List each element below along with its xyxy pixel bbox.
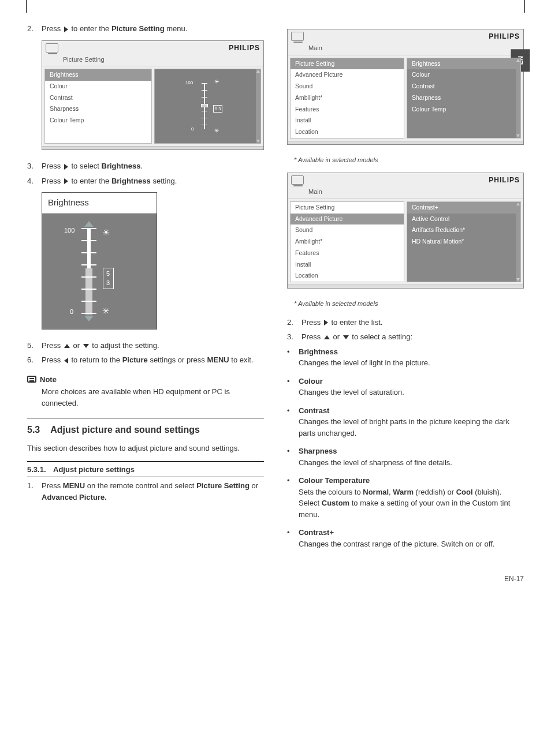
list-item: •ColourChanges the level of saturation.	[287, 376, 524, 398]
down-triangle-icon	[343, 335, 349, 339]
osd-row: Location	[291, 126, 404, 138]
osd-right-list: Brightness Colour Contrast Sharpness Col…	[407, 58, 521, 139]
definition: Changes the level of sharpness of fine d…	[299, 458, 452, 467]
text: Picture	[122, 355, 148, 364]
osd-row: Ambilight*	[291, 92, 404, 104]
right-triangle-icon	[64, 178, 68, 184]
osd-row: HD Natural Motion*	[407, 236, 520, 248]
text: .	[140, 162, 143, 170]
list-item: •SharpnessChanges the level of sharpness…	[287, 446, 524, 468]
osd-row: Sound	[291, 81, 404, 92]
osd-row: Colour	[45, 81, 151, 92]
step-r2: 2. Press to enter the list.	[287, 317, 524, 328]
sun-bright-icon: ☀	[214, 77, 219, 86]
osd-row: Location	[291, 270, 404, 282]
text: to enter the	[71, 24, 109, 33]
caption: * Available in selected models	[294, 299, 524, 309]
osd-row: Picture Setting	[291, 202, 404, 214]
text: Picture.	[79, 493, 107, 501]
definition-list: •BrightnessChanges the level of light in…	[287, 346, 524, 550]
term: Sharpness	[299, 447, 337, 455]
up-arrow-icon	[84, 221, 94, 227]
definition: Changes the level of light in the pictur…	[299, 358, 430, 367]
text: Brightness	[102, 162, 141, 170]
osd-row: Contrast	[407, 81, 520, 92]
scroll-indicator	[516, 202, 520, 282]
osd-title: Main	[288, 187, 523, 199]
osd-row: Artifacts Reduction*	[407, 224, 520, 236]
caption: * Available in selected models	[294, 155, 524, 165]
term: Colour	[299, 377, 323, 386]
slider-max: 100	[185, 80, 193, 87]
osd-row: Advanced Picture	[291, 214, 404, 225]
text: Press	[42, 24, 61, 33]
osd-row: Sound	[291, 224, 404, 236]
heading-5-3: 5.3 Adjust picture and sound settings	[27, 418, 264, 437]
text: or	[73, 341, 80, 350]
text: or	[252, 481, 259, 490]
osd-row: Contrast	[45, 92, 151, 104]
osd-row: Sharpness	[407, 92, 520, 104]
brightness-detail: Brightness 100 0 ☀ ✳ 5 3	[42, 192, 157, 330]
osd-row: Active Control	[407, 214, 520, 225]
osd-row: Advanced Picture	[291, 69, 404, 81]
term: Contrast+	[299, 528, 334, 537]
right-triangle-icon	[64, 164, 68, 170]
sun-dim-icon: ✳	[102, 305, 110, 318]
text: Press	[42, 481, 61, 490]
term: Colour Temperature	[299, 476, 370, 485]
osd-list: Brightness Colour Contrast Sharpness Col…	[44, 69, 152, 144]
text: Press	[301, 318, 321, 327]
right-triangle-icon	[324, 320, 328, 325]
slider-value: 5 3	[213, 105, 222, 113]
note: Note More choices are available when HD …	[27, 374, 264, 409]
slider-min: 0	[70, 307, 73, 317]
osd-main-picture: PHILIPS Main Picture Setting Advanced Pi…	[287, 29, 524, 145]
page-number: EN-17	[27, 574, 524, 584]
text: Brightness	[111, 177, 151, 185]
definition: Changes the contrast range of the pictur…	[299, 540, 494, 548]
osd-row: Brightness	[407, 58, 520, 70]
text: Advance	[42, 493, 73, 501]
up-triangle-icon	[64, 344, 70, 348]
text: to enter the list.	[331, 318, 382, 327]
left-triangle-icon	[64, 358, 68, 364]
tv-icon	[291, 175, 304, 185]
note-icon	[27, 376, 36, 383]
step-3: 3. Press to select Brightness.	[27, 160, 264, 172]
sun-dim-icon: ✳	[214, 126, 219, 135]
sun-bright-icon: ☀	[102, 226, 110, 239]
osd-picture-setting: PHILIPS Picture Setting Brightness Colou…	[42, 40, 264, 151]
definition: Changes the level of bright parts in the…	[299, 417, 509, 437]
osd-left-list: Picture Setting Advanced Picture Sound A…	[290, 201, 404, 282]
text: Press	[42, 355, 61, 364]
text: Press	[301, 332, 321, 341]
brightness-title: Brightness	[42, 193, 157, 214]
brightness-slider: 100 0 ☀ ✳ 5 3	[197, 77, 226, 135]
down-triangle-icon	[83, 344, 89, 348]
tv-icon	[291, 32, 304, 41]
text: to select a setting:	[352, 332, 412, 341]
list-item: •Colour Temperature Sets the colours to …	[287, 475, 524, 520]
osd-slider-panel: 100 0 ☀ ✳ 5 3	[154, 69, 262, 144]
osd-row: Ambilight*	[291, 236, 404, 248]
text: Press	[42, 341, 61, 350]
step-2: 2. Press to enter the Picture Setting me…	[27, 23, 264, 35]
osd-main-advanced: PHILIPS Main Picture Setting Advanced Pi…	[287, 173, 524, 289]
list-item: •ContrastChanges the level of bright par…	[287, 405, 524, 439]
text: Picture Setting	[196, 481, 250, 490]
text: Picture Setting	[111, 24, 165, 33]
slider-value: 5 3	[103, 268, 114, 289]
osd-row: Colour Temp	[407, 104, 520, 115]
text: Press	[42, 177, 61, 185]
philips-logo: PHILIPS	[489, 175, 520, 185]
text: MENU	[207, 355, 229, 364]
step-4: 4. Press to enter the Brightness setting…	[27, 175, 264, 187]
philips-logo: PHILIPS	[489, 31, 520, 42]
text: to exit.	[231, 355, 253, 364]
list-item: •Contrast+Changes the contrast range of …	[287, 527, 524, 549]
note-title: Note	[40, 374, 57, 386]
list-item: •BrightnessChanges the level of light in…	[287, 346, 524, 369]
term: Contrast	[299, 406, 329, 415]
definition: Changes the level of saturation.	[299, 388, 404, 396]
